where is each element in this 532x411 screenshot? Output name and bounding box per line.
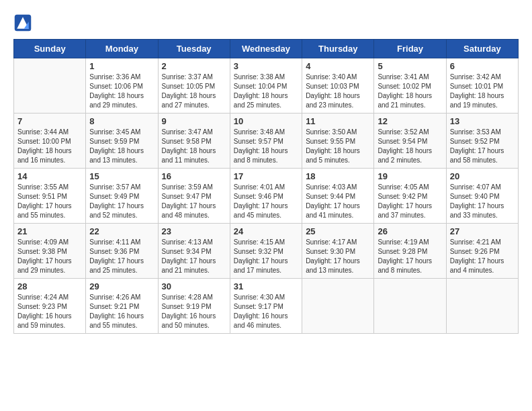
calendar-cell: 15Sunrise: 3:57 AM Sunset: 9:49 PM Dayli…: [86, 169, 158, 224]
day-info: Sunrise: 3:36 AM Sunset: 10:06 PM Daylig…: [89, 73, 154, 110]
day-number: 6: [450, 61, 515, 71]
day-number: 13: [450, 116, 515, 126]
day-number: 4: [306, 61, 370, 71]
calendar-week-row: 21Sunrise: 4:09 AM Sunset: 9:38 PM Dayli…: [14, 224, 519, 279]
day-info: Sunrise: 4:07 AM Sunset: 9:40 PM Dayligh…: [450, 183, 515, 220]
calendar-cell: 29Sunrise: 4:26 AM Sunset: 9:21 PM Dayli…: [86, 279, 158, 334]
calendar-cell: 13Sunrise: 3:53 AM Sunset: 9:52 PM Dayli…: [446, 113, 518, 169]
day-number: 18: [306, 171, 370, 181]
day-number: 1: [89, 61, 154, 71]
day-number: 22: [89, 226, 154, 236]
day-number: 21: [17, 226, 82, 236]
day-header-saturday: Saturday: [446, 40, 518, 58]
day-info: Sunrise: 4:21 AM Sunset: 9:26 PM Dayligh…: [450, 238, 515, 275]
calendar-cell: 9Sunrise: 3:47 AM Sunset: 9:58 PM Daylig…: [158, 113, 230, 169]
day-number: 28: [17, 281, 82, 291]
day-number: 3: [234, 61, 298, 71]
day-info: Sunrise: 4:30 AM Sunset: 9:17 PM Dayligh…: [234, 293, 298, 330]
header: [13, 13, 519, 32]
day-info: Sunrise: 4:28 AM Sunset: 9:19 PM Dayligh…: [162, 293, 226, 330]
day-info: Sunrise: 3:50 AM Sunset: 9:55 PM Dayligh…: [306, 128, 370, 165]
calendar-cell: 5Sunrise: 3:41 AM Sunset: 10:02 PM Dayli…: [374, 58, 446, 113]
calendar-week-row: 14Sunrise: 3:55 AM Sunset: 9:51 PM Dayli…: [14, 169, 519, 224]
day-number: 31: [234, 281, 298, 291]
calendar-cell: 14Sunrise: 3:55 AM Sunset: 9:51 PM Dayli…: [14, 169, 86, 224]
calendar: SundayMondayTuesdayWednesdayThursdayFrid…: [13, 39, 519, 334]
day-number: 2: [162, 61, 226, 71]
calendar-cell: 23Sunrise: 4:13 AM Sunset: 9:34 PM Dayli…: [158, 224, 230, 279]
calendar-cell: 30Sunrise: 4:28 AM Sunset: 9:19 PM Dayli…: [158, 279, 230, 334]
calendar-cell: [446, 279, 518, 334]
calendar-cell: [302, 279, 374, 334]
calendar-cell: 11Sunrise: 3:50 AM Sunset: 9:55 PM Dayli…: [302, 113, 374, 169]
calendar-cell: 20Sunrise: 4:07 AM Sunset: 9:40 PM Dayli…: [446, 169, 518, 224]
day-info: Sunrise: 3:41 AM Sunset: 10:02 PM Daylig…: [378, 73, 442, 110]
calendar-cell: 26Sunrise: 4:19 AM Sunset: 9:28 PM Dayli…: [374, 224, 446, 279]
day-info: Sunrise: 4:11 AM Sunset: 9:36 PM Dayligh…: [89, 238, 154, 275]
day-info: Sunrise: 3:57 AM Sunset: 9:49 PM Dayligh…: [89, 183, 154, 220]
day-info: Sunrise: 4:05 AM Sunset: 9:42 PM Dayligh…: [378, 183, 442, 220]
day-number: 23: [162, 226, 226, 236]
day-header-tuesday: Tuesday: [158, 40, 230, 58]
calendar-cell: 6Sunrise: 3:42 AM Sunset: 10:01 PM Dayli…: [446, 58, 518, 113]
day-number: 9: [162, 116, 226, 126]
calendar-cell: 2Sunrise: 3:37 AM Sunset: 10:05 PM Dayli…: [158, 58, 230, 113]
day-number: 14: [17, 171, 82, 181]
day-info: Sunrise: 4:09 AM Sunset: 9:38 PM Dayligh…: [17, 238, 82, 275]
day-header-wednesday: Wednesday: [230, 40, 302, 58]
calendar-header-row: SundayMondayTuesdayWednesdayThursdayFrid…: [14, 40, 519, 58]
calendar-cell: 31Sunrise: 4:30 AM Sunset: 9:17 PM Dayli…: [230, 279, 302, 334]
day-number: 10: [234, 116, 298, 126]
day-info: Sunrise: 4:17 AM Sunset: 9:30 PM Dayligh…: [306, 238, 370, 275]
day-number: 20: [450, 171, 515, 181]
day-header-monday: Monday: [86, 40, 158, 58]
calendar-cell: 1Sunrise: 3:36 AM Sunset: 10:06 PM Dayli…: [86, 58, 158, 113]
day-number: 17: [234, 171, 298, 181]
day-number: 29: [89, 281, 154, 291]
day-number: 19: [378, 171, 442, 181]
day-number: 8: [89, 116, 154, 126]
calendar-cell: 16Sunrise: 3:59 AM Sunset: 9:47 PM Dayli…: [158, 169, 230, 224]
day-info: Sunrise: 4:15 AM Sunset: 9:32 PM Dayligh…: [234, 238, 298, 275]
calendar-week-row: 7Sunrise: 3:44 AM Sunset: 10:00 PM Dayli…: [14, 113, 519, 169]
day-info: Sunrise: 3:55 AM Sunset: 9:51 PM Dayligh…: [17, 183, 82, 220]
day-info: Sunrise: 3:44 AM Sunset: 10:00 PM Daylig…: [17, 128, 82, 165]
calendar-cell: 27Sunrise: 4:21 AM Sunset: 9:26 PM Dayli…: [446, 224, 518, 279]
calendar-cell: 19Sunrise: 4:05 AM Sunset: 9:42 PM Dayli…: [374, 169, 446, 224]
calendar-cell: 7Sunrise: 3:44 AM Sunset: 10:00 PM Dayli…: [14, 113, 86, 169]
day-number: 7: [17, 116, 82, 126]
day-info: Sunrise: 4:13 AM Sunset: 9:34 PM Dayligh…: [162, 238, 226, 275]
calendar-cell: 28Sunrise: 4:24 AM Sunset: 9:23 PM Dayli…: [14, 279, 86, 334]
day-info: Sunrise: 4:03 AM Sunset: 9:44 PM Dayligh…: [306, 183, 370, 220]
day-info: Sunrise: 3:37 AM Sunset: 10:05 PM Daylig…: [162, 73, 226, 110]
day-info: Sunrise: 3:52 AM Sunset: 9:54 PM Dayligh…: [378, 128, 442, 165]
day-info: Sunrise: 3:40 AM Sunset: 10:03 PM Daylig…: [306, 73, 370, 110]
day-info: Sunrise: 3:47 AM Sunset: 9:58 PM Dayligh…: [162, 128, 226, 165]
calendar-cell: 17Sunrise: 4:01 AM Sunset: 9:46 PM Dayli…: [230, 169, 302, 224]
logo: [13, 13, 35, 32]
day-number: 11: [306, 116, 370, 126]
day-info: Sunrise: 3:59 AM Sunset: 9:47 PM Dayligh…: [162, 183, 226, 220]
calendar-cell: 10Sunrise: 3:48 AM Sunset: 9:57 PM Dayli…: [230, 113, 302, 169]
day-header-thursday: Thursday: [302, 40, 374, 58]
day-number: 30: [162, 281, 226, 291]
calendar-cell: 12Sunrise: 3:52 AM Sunset: 9:54 PM Dayli…: [374, 113, 446, 169]
calendar-cell: 25Sunrise: 4:17 AM Sunset: 9:30 PM Dayli…: [302, 224, 374, 279]
day-info: Sunrise: 3:48 AM Sunset: 9:57 PM Dayligh…: [234, 128, 298, 165]
calendar-cell: 24Sunrise: 4:15 AM Sunset: 9:32 PM Dayli…: [230, 224, 302, 279]
calendar-week-row: 28Sunrise: 4:24 AM Sunset: 9:23 PM Dayli…: [14, 279, 519, 334]
calendar-cell: [14, 58, 86, 113]
day-number: 16: [162, 171, 226, 181]
calendar-cell: 18Sunrise: 4:03 AM Sunset: 9:44 PM Dayli…: [302, 169, 374, 224]
calendar-week-row: 1Sunrise: 3:36 AM Sunset: 10:06 PM Dayli…: [14, 58, 519, 113]
calendar-cell: 3Sunrise: 3:38 AM Sunset: 10:04 PM Dayli…: [230, 58, 302, 113]
day-header-sunday: Sunday: [14, 40, 86, 58]
day-number: 24: [234, 226, 298, 236]
day-number: 15: [89, 171, 154, 181]
day-info: Sunrise: 4:19 AM Sunset: 9:28 PM Dayligh…: [378, 238, 442, 275]
day-number: 27: [450, 226, 515, 236]
calendar-cell: 8Sunrise: 3:45 AM Sunset: 9:59 PM Daylig…: [86, 113, 158, 169]
day-number: 25: [306, 226, 370, 236]
day-info: Sunrise: 3:38 AM Sunset: 10:04 PM Daylig…: [234, 73, 298, 110]
day-info: Sunrise: 3:53 AM Sunset: 9:52 PM Dayligh…: [450, 128, 515, 165]
